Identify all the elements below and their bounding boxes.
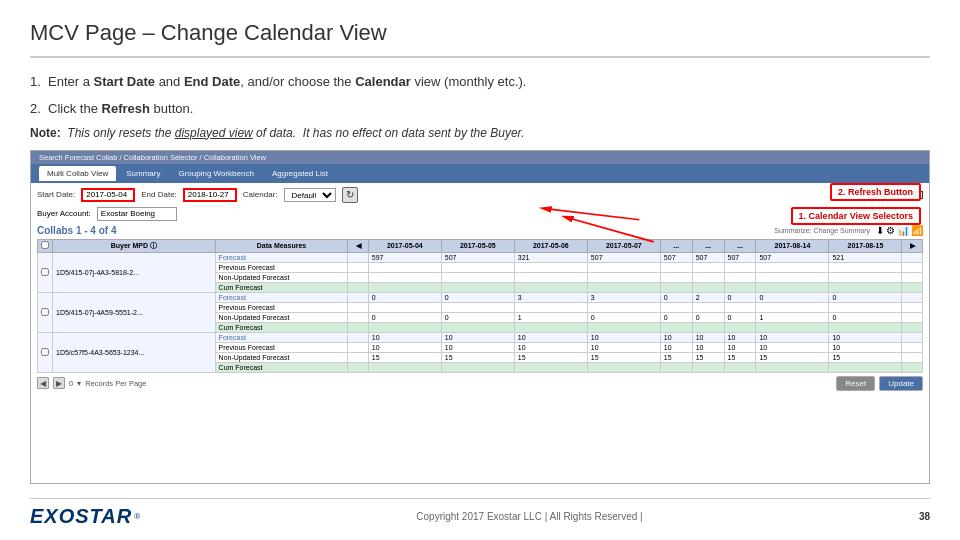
- refresh-callout: 2. Refresh Button: [830, 183, 921, 201]
- calendar-select[interactable]: Default Monthly Weekly: [284, 188, 336, 202]
- app-ui: Search Forecast Collab / Collaboration S…: [31, 151, 929, 483]
- row-measure-f3: Forecast: [215, 332, 348, 342]
- content-area: Start Date: End Date: Calendar: Default …: [31, 183, 929, 483]
- table-row: 1D5/415-07j-4A3-5818-2... Forecast 59750…: [38, 252, 923, 262]
- row-buyer-2: 1D5/415-07j-4A59-5551-2...: [53, 292, 216, 332]
- reset-button[interactable]: Reset: [836, 376, 875, 391]
- row-measure-p2: Previous Forecast: [215, 302, 348, 312]
- page-title: MCV Page – Change Calendar View: [30, 20, 930, 58]
- next-page-btn[interactable]: ▶: [53, 377, 65, 389]
- col-d7: ...: [724, 239, 756, 252]
- exostar-logo: EXOSTAR ®: [30, 505, 140, 528]
- summary-label: Summarize: Change Summary: [774, 227, 870, 234]
- update-button[interactable]: Update: [879, 376, 923, 391]
- prev-page-btn[interactable]: ◀: [37, 377, 49, 389]
- row-buyer-3: 1D5/c57f5-4A3-5653-1234...: [53, 332, 216, 372]
- row-measure-cum: Cum Forecast: [215, 282, 348, 292]
- table-row: 1D5/c57f5-4A3-5653-1234... Forecast 1010…: [38, 332, 923, 342]
- logo-registered: ®: [134, 512, 140, 521]
- row-measure-forecast: Forecast: [215, 252, 348, 262]
- row-measure-c2: Cum Forecast: [215, 322, 348, 332]
- signal-icon[interactable]: 📶: [911, 225, 923, 236]
- col-d2: 2017-05-05: [441, 239, 514, 252]
- instruction-num-1: 1.: [30, 74, 41, 89]
- instruction-num-2: 2.: [30, 101, 41, 116]
- row-measure-non: Non-Updated Forecast: [215, 272, 348, 282]
- records-select-arrow[interactable]: ▾: [77, 379, 81, 388]
- col-measures: Data Measures: [215, 239, 348, 252]
- row-measure-p3: Previous Forecast: [215, 342, 348, 352]
- data-table: Buyer MPD ⓘ Data Measures ◀ 2017-05-04 2…: [37, 239, 923, 373]
- screenshot-container: Search Forecast Collab / Collaboration S…: [30, 150, 930, 484]
- footer-bar: ◀ ▶ 0 ▾ Records Per Page Reset Update: [37, 376, 923, 391]
- start-date-label: Start Date:: [37, 190, 75, 199]
- col-d8: 2017-08-14: [756, 239, 829, 252]
- row-buyer-1: 1D5/415-07j-4A3-5818-2...: [53, 252, 216, 292]
- end-date-input[interactable]: [183, 188, 237, 202]
- note: Note: This only resets the displayed vie…: [30, 126, 930, 140]
- buyer-account-input[interactable]: [97, 207, 177, 221]
- records-row: ◀ ▶ 0 ▾ Records Per Page: [37, 377, 146, 389]
- records-label: Records Per Page: [85, 379, 146, 388]
- download-icon[interactable]: ⬇: [876, 225, 884, 236]
- row-checkbox-3[interactable]: [41, 348, 49, 356]
- records-count: 0: [69, 379, 73, 388]
- collab-header: Collabs 1 - 4 of 4 Summarize: Change Sum…: [37, 225, 923, 236]
- page-number: 38: [919, 511, 930, 522]
- page-container: MCV Page – Change Calendar View 1. Enter…: [0, 0, 960, 540]
- bottom-footer: EXOSTAR ® Copyright 2017 Exostar LLC | A…: [30, 498, 930, 530]
- row-measure-n2: Non-Updated Forecast: [215, 312, 348, 322]
- table-section: Collabs 1 - 4 of 4 Summarize: Change Sum…: [37, 225, 923, 479]
- nav-tabs: Multi Collab View Summary Grouping Workb…: [31, 164, 929, 183]
- col-d6: ...: [692, 239, 724, 252]
- instruction-1: 1. Enter a Start Date and End Date, and/…: [30, 72, 930, 93]
- copyright-text: Copyright 2017 Exostar LLC | All Rights …: [416, 511, 642, 522]
- col-buyer-mpd: Buyer MPD ⓘ: [53, 239, 216, 252]
- refresh-button[interactable]: ↻: [342, 187, 358, 203]
- col-d5: ...: [660, 239, 692, 252]
- settings-icon[interactable]: ⚙: [886, 225, 895, 236]
- row-measure-f2: Forecast: [215, 292, 348, 302]
- calendar-callout: 1. Calendar View Selectors: [791, 207, 921, 225]
- row-measure-c3: Cum Forecast: [215, 362, 348, 372]
- col-d4: 2017-05-07: [587, 239, 660, 252]
- tab-aggregated[interactable]: Aggregated List: [264, 166, 336, 181]
- buyer-account-label: Buyer Account:: [37, 209, 91, 218]
- logo-text: EXOSTAR: [30, 505, 132, 528]
- col-d1: 2017-05-04: [368, 239, 441, 252]
- tab-grouping[interactable]: Grouping Workbench: [170, 166, 261, 181]
- table-row: 1D5/415-07j-4A59-5551-2... Forecast 0033…: [38, 292, 923, 302]
- col-d9: 2017-08-15: [829, 239, 902, 252]
- start-date-input[interactable]: [81, 188, 135, 202]
- breadcrumb: Search Forecast Collab / Collaboration S…: [31, 151, 929, 164]
- end-date-label: End Date:: [141, 190, 177, 199]
- tab-multi-collab[interactable]: Multi Collab View: [39, 166, 116, 181]
- select-all-checkbox[interactable]: [41, 241, 49, 249]
- filter-row: Start Date: End Date: Calendar: Default …: [37, 187, 923, 203]
- row-checkbox-1[interactable]: [41, 268, 49, 276]
- collab-title: Collabs 1 - 4 of 4: [37, 225, 116, 236]
- instruction-2: 2. Click the Refresh button.: [30, 99, 930, 120]
- row-checkbox-2[interactable]: [41, 308, 49, 316]
- tab-summary[interactable]: Summary: [118, 166, 168, 181]
- action-buttons: Reset Update: [836, 376, 923, 391]
- chart-icon[interactable]: 📊: [897, 225, 909, 236]
- calendar-label: Calendar:: [243, 190, 278, 199]
- row-measure-prev: Previous Forecast: [215, 262, 348, 272]
- col-nav-right[interactable]: ▶: [902, 239, 923, 252]
- col-nav-left[interactable]: ◀: [348, 239, 368, 252]
- table-header-row: Buyer MPD ⓘ Data Measures ◀ 2017-05-04 2…: [38, 239, 923, 252]
- col-d3: 2017-05-06: [514, 239, 587, 252]
- icon-tools: ⬇ ⚙ 📊 📶: [876, 225, 923, 236]
- row-measure-n3: Non-Updated Forecast: [215, 352, 348, 362]
- col-checkbox: [38, 239, 53, 252]
